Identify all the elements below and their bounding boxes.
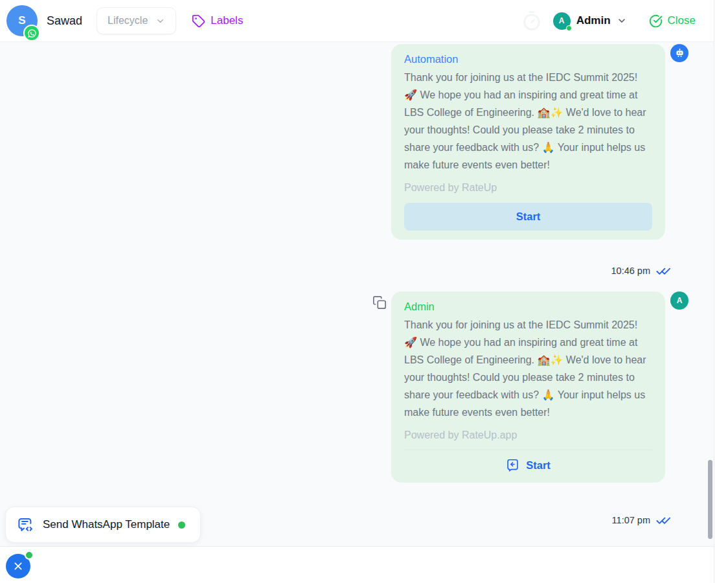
template-available-dot xyxy=(178,521,185,529)
chevron-down-icon xyxy=(617,16,627,26)
close-button-label: Close xyxy=(668,14,696,27)
message-timestamp: 10:46 pm xyxy=(611,266,650,276)
message-sender: Automation xyxy=(404,53,652,65)
contact-avatar: S xyxy=(6,5,38,36)
message-text: Thank you for joining us at the IEDC Sum… xyxy=(404,69,652,174)
fab-online-dot xyxy=(25,551,34,560)
message-meta: 11:07 pm xyxy=(391,515,671,525)
tag-icon xyxy=(192,14,205,28)
start-button[interactable]: Start xyxy=(404,450,652,477)
lifecycle-dropdown-label: Lifecycle xyxy=(108,15,148,27)
online-status-dot xyxy=(566,25,572,31)
footer-divider xyxy=(0,546,714,547)
assignee-dropdown[interactable]: A Admin xyxy=(553,12,627,30)
copy-message-icon[interactable] xyxy=(372,295,387,310)
conversation-view: S Sawad Lifecycle Labels xyxy=(0,0,728,583)
automation-robot-badge xyxy=(670,44,688,62)
chat-scrollbar[interactable] xyxy=(708,460,712,539)
check-circle-icon xyxy=(649,14,663,28)
close-x-icon xyxy=(13,561,23,571)
assignee-avatar-initial: A xyxy=(559,16,565,25)
start-button[interactable]: Start xyxy=(404,203,652,231)
labels-button-label: Labels xyxy=(210,14,243,27)
send-template-label: Send WhatsApp Template xyxy=(43,518,170,531)
chevron-down-icon xyxy=(155,16,165,26)
conversation-header: S Sawad Lifecycle Labels xyxy=(0,0,714,42)
message-footer-note: Powered by RateUp xyxy=(404,182,652,194)
message-timestamp: 11:07 pm xyxy=(612,515,650,525)
read-receipt-double-check-icon xyxy=(656,516,671,525)
snooze-timer-icon[interactable] xyxy=(521,10,543,32)
reply-bubble-icon xyxy=(506,459,519,472)
start-button-label: Start xyxy=(526,459,551,472)
assignee-avatar: A xyxy=(553,12,571,30)
whatsapp-channel-icon xyxy=(23,25,40,41)
sender-avatar-initial: A xyxy=(677,296,683,305)
chat-code-template-icon xyxy=(17,516,34,534)
message-footer-note: Powered by RateUp.app xyxy=(404,429,652,441)
message-text: Thank you for joining us at the IEDC Sum… xyxy=(404,316,652,421)
message-bubble-admin: Admin Thank you for joining us at the IE… xyxy=(391,292,665,483)
labels-button[interactable]: Labels xyxy=(192,14,243,28)
message-meta: 10:46 pm xyxy=(391,266,671,276)
message-sender: Admin xyxy=(404,301,652,313)
close-conversation-button[interactable]: Close xyxy=(649,14,696,28)
message-bubble-automation: Automation Thank you for joining us at t… xyxy=(391,44,665,240)
sender-avatar: A xyxy=(670,292,688,310)
panel-divider xyxy=(714,0,714,583)
start-button-label: Start xyxy=(516,211,541,223)
read-receipt-double-check-icon xyxy=(656,266,671,276)
assignee-name: Admin xyxy=(576,14,611,27)
contact-name: Sawad xyxy=(47,14,82,28)
send-whatsapp-template-button[interactable]: Send WhatsApp Template xyxy=(5,507,201,543)
lifecycle-dropdown[interactable]: Lifecycle xyxy=(97,7,176,34)
